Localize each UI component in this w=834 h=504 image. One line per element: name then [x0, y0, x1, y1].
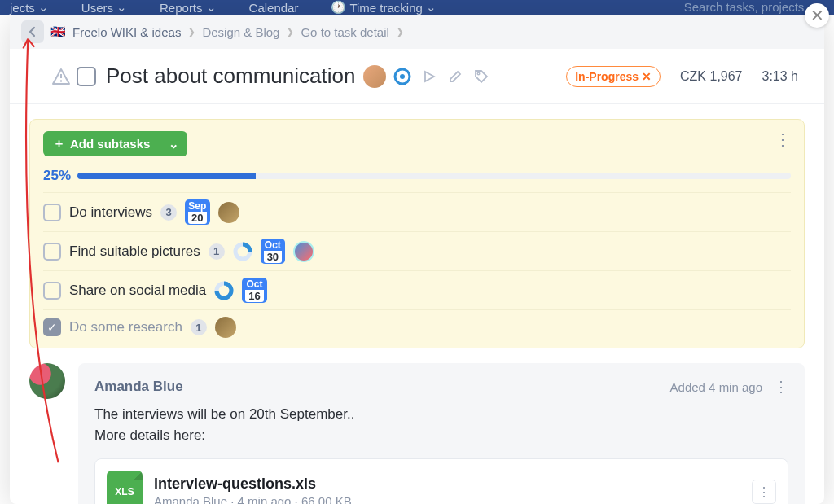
due-date-chip[interactable]: Oct16: [242, 278, 266, 303]
subtask-checkbox[interactable]: [43, 204, 61, 221]
task-time: 3:13 h: [762, 69, 798, 84]
tag-icon[interactable]: [472, 68, 490, 85]
subtask-title[interactable]: Share on social media: [69, 283, 206, 299]
file-name: interview-questions.xls: [154, 476, 740, 493]
progress-donut-icon: [214, 281, 234, 300]
comment-count: 3: [160, 204, 177, 221]
nav-calendar[interactable]: Calendar: [249, 1, 299, 15]
panel-menu-icon[interactable]: ⋮: [775, 129, 792, 149]
add-subtasks-button[interactable]: ＋Add subtasks ⌄: [43, 131, 187, 156]
crumb-detail[interactable]: Go to task detail: [301, 25, 388, 39]
back-button[interactable]: [21, 20, 44, 43]
comment-count: 1: [208, 243, 225, 260]
comment-count: 1: [191, 319, 207, 335]
svg-point-3: [400, 74, 405, 79]
subtask-checkbox[interactable]: [43, 243, 61, 261]
edit-icon[interactable]: [446, 68, 464, 85]
search-input[interactable]: Search tasks, projects, u: [684, 0, 818, 14]
attachment-menu-icon[interactable]: ⋮: [752, 480, 776, 504]
assignee-avatar[interactable]: [293, 241, 314, 262]
svg-point-4: [478, 72, 481, 75]
play-icon[interactable]: [420, 68, 438, 85]
comment: Amanda Blue Added 4 min ago ⋮ The interv…: [29, 363, 805, 504]
due-date-chip[interactable]: Oct30: [261, 239, 285, 264]
assignee-avatar[interactable]: [218, 202, 239, 223]
progress-bar: [77, 173, 791, 179]
subtask-row[interactable]: Find suitable pictures 1 Oct30: [43, 231, 791, 270]
priority-icon[interactable]: [52, 68, 70, 85]
assignee-avatar[interactable]: [363, 65, 386, 88]
comment-avatar[interactable]: [29, 363, 65, 399]
attachment-card[interactable]: XLS interview-questions.xls Amanda Blue4…: [94, 458, 788, 504]
task-cost: CZK 1,967: [680, 69, 742, 84]
complete-checkbox[interactable]: [77, 67, 96, 86]
progress-percent: 25%: [43, 168, 71, 184]
comment-author: Amanda Blue: [94, 379, 183, 395]
close-button[interactable]: ✕: [805, 3, 829, 28]
nav-reports[interactable]: Reports ⌄: [160, 0, 217, 15]
subtask-title[interactable]: Find suitable pictures: [69, 243, 200, 260]
nav-users[interactable]: Users ⌄: [81, 0, 127, 15]
file-type-icon: XLS: [107, 471, 143, 504]
top-nav: jects ⌄ Users ⌄ Reports ⌄ Calendar 🕐 Tim…: [0, 0, 834, 15]
watch-icon[interactable]: [391, 65, 414, 88]
nav-timetracking[interactable]: 🕐 Time tracking ⌄: [331, 0, 436, 15]
comment-timestamp: Added 4 min ago: [670, 380, 762, 394]
subtasks-panel: ＋Add subtasks ⌄ ⋮ 25% Do interviews 3 Se…: [29, 119, 805, 348]
nav-projects[interactable]: jects ⌄: [10, 0, 49, 15]
status-pill[interactable]: In-Progress ✕: [566, 66, 661, 87]
chevron-down-icon[interactable]: ⌄: [160, 132, 187, 156]
crumb-section[interactable]: Design & Blog: [202, 25, 279, 39]
chevron-right-icon: ❯: [286, 26, 294, 37]
comment-menu-icon[interactable]: ⋮: [774, 378, 788, 396]
task-modal: 🇬🇧 Freelo WIKI & ideas ❯ Design & Blog ❯…: [10, 15, 824, 504]
subtask-row[interactable]: ✓ Do some research 1: [43, 309, 791, 344]
due-date-chip[interactable]: Sep20: [185, 199, 209, 225]
subtask-checkbox[interactable]: ✓: [43, 318, 61, 336]
task-header: Post about communication In-Progress ✕ C…: [10, 49, 824, 104]
progress-donut-icon: [233, 242, 252, 261]
task-title: Post about communication: [106, 64, 355, 89]
chevron-right-icon: ❯: [396, 26, 404, 37]
subtask-title[interactable]: Do some research: [69, 319, 182, 335]
chevron-right-icon: ❯: [187, 26, 195, 37]
assignee-avatar[interactable]: [215, 317, 236, 338]
subtask-row[interactable]: Do interviews 3 Sep20: [43, 192, 791, 231]
file-meta: Amanda Blue4 min ago66.00 KB: [154, 494, 740, 504]
subtask-title[interactable]: Do interviews: [69, 204, 152, 221]
close-icon[interactable]: ✕: [642, 70, 652, 83]
svg-point-1: [60, 80, 62, 81]
plus-icon: ＋: [53, 136, 65, 151]
subtask-row[interactable]: Share on social media Oct16: [43, 270, 791, 309]
crumb-project[interactable]: Freelo WIKI & ideas: [72, 25, 181, 39]
comment-text: The interviews will be on 20th September…: [94, 404, 788, 445]
flag-icon: 🇬🇧: [50, 24, 66, 39]
breadcrumb: 🇬🇧 Freelo WIKI & ideas ❯ Design & Blog ❯…: [10, 15, 824, 49]
subtask-checkbox[interactable]: [43, 282, 61, 300]
